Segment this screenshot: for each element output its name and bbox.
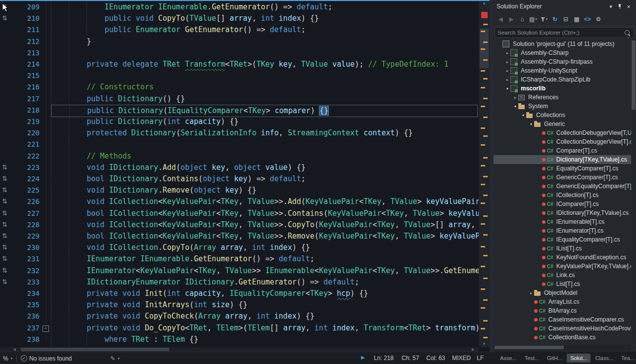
tree-item[interactable]: C#IEnumerable[T].cs — [494, 217, 631, 226]
interface-implementation-icon[interactable]: ⇅ — [2, 164, 7, 171]
tree-item[interactable]: C#IDictionary[TKey,TValue].cs — [494, 208, 631, 217]
search-box[interactable] — [495, 27, 634, 38]
tree-item[interactable]: C#KeyValuePair[TKey,TValue].cs — [494, 262, 631, 271]
tree-item[interactable]: C#CollectionBase.cs — [494, 333, 631, 342]
line-number[interactable]: 222 — [14, 151, 40, 162]
search-input[interactable] — [495, 30, 625, 36]
pen-button[interactable]: ✎ ▾ — [110, 355, 120, 362]
code-area[interactable]: IEnumerator IEnumerable.GetEnumerator() … — [51, 0, 479, 352]
tree-item[interactable]: C#ICollection[T].cs — [494, 191, 631, 200]
code-line-229[interactable]: bool ICollection<KeyValuePair<TKey, TVal… — [51, 231, 477, 242]
code-line-234[interactable]: private void Init(int capacity, IEqualit… — [51, 288, 477, 299]
tree-item[interactable]: Solution 'project-gui' (11 of 11 project… — [494, 40, 631, 48]
switch-views-button[interactable]: ▤▾ — [528, 14, 538, 24]
code-line-221[interactable] — [51, 139, 477, 150]
collapse-arrow-icon[interactable]: ▾ — [520, 113, 526, 118]
interface-implementation-icon[interactable]: ⇅ — [2, 279, 7, 285]
line-number[interactable]: 215 — [14, 70, 40, 81]
tree-item[interactable]: C#Link.cs — [494, 271, 631, 280]
tool-window-tab[interactable]: Tea... — [618, 354, 636, 363]
line-number[interactable]: 237 — [14, 323, 40, 334]
line-number[interactable]: 220 — [14, 127, 40, 139]
tree-item[interactable]: C#CollectionDebuggerView[T].cs — [494, 137, 631, 146]
line-number[interactable]: 234 — [14, 288, 40, 299]
eol-indicator[interactable]: LF — [477, 355, 484, 362]
line-number[interactable]: 210 — [14, 13, 40, 24]
collapse-arrow-icon[interactable]: ▾ — [528, 122, 534, 126]
encoding-indicator[interactable]: MIXED — [452, 355, 471, 362]
tree-item[interactable]: ▾Collections — [494, 111, 631, 120]
code-line-237[interactable]: private void Do_CopyTo<TRet, TElem>(TEle… — [51, 323, 477, 334]
tree-item[interactable]: ▸Assembly-UnityScript — [494, 66, 631, 75]
expand-arrow-icon[interactable]: ▸ — [504, 78, 510, 82]
interface-implementation-icon[interactable]: ⇅ — [2, 255, 7, 262]
play-icon[interactable]: ▶ — [361, 355, 365, 360]
code-editor[interactable]: ⇅⇅⇅⇅⇅⇅⇅⇅⇅⇅⇅⇅⇅ 20921021121221321421521621… — [0, 0, 479, 352]
line-number[interactable]: 225 — [14, 185, 40, 196]
line-indicator[interactable]: Ln: 218 — [374, 355, 394, 362]
scroll-up-icon[interactable]: ▲ — [479, 1, 490, 5]
expand-arrow-icon[interactable]: ▸ — [504, 69, 510, 73]
scrollbar-thumb[interactable] — [632, 40, 636, 110]
code-line-223[interactable]: void IDictionary.Add(object key, object … — [51, 162, 477, 173]
close-button[interactable]: × — [624, 2, 633, 10]
tree-item[interactable]: C#IEnumerator[T].cs — [494, 226, 631, 235]
line-number[interactable]: 231 — [14, 253, 40, 265]
code-line-224[interactable]: bool IDictionary.Contains(object key) =>… — [51, 173, 477, 185]
zoom-control[interactable]: % ▾ — [3, 355, 12, 362]
tool-window-tab[interactable]: Test... — [521, 354, 543, 363]
code-line-209[interactable]: IEnumerator IEnumerable.GetEnumerator() … — [51, 1, 477, 13]
tree-item[interactable]: C#IEqualityComparer[T].cs — [494, 235, 631, 244]
collapse-arrow-icon[interactable]: ▾ — [512, 104, 518, 109]
tool-window-tab[interactable]: Class... — [591, 354, 617, 363]
line-number[interactable]: 212 — [14, 36, 40, 47]
solution-tree[interactable]: Solution 'project-gui' (11 of 11 project… — [494, 40, 631, 344]
line-number[interactable]: 236 — [14, 311, 40, 322]
solution-explorer-header[interactable]: Solution Explorer ▾ × — [494, 0, 636, 13]
forward-button[interactable]: ▶ — [506, 14, 516, 24]
tree-item[interactable]: ▾System — [494, 102, 631, 111]
tree-item[interactable]: C#BitArray.cs — [494, 306, 631, 315]
tree-item[interactable]: ▾Generic — [494, 120, 631, 128]
view-code-button[interactable]: <> — [583, 14, 592, 24]
line-number[interactable]: 230 — [14, 242, 40, 253]
interface-implementation-icon[interactable]: ⇅ — [2, 198, 7, 205]
interface-implementation-icon[interactable]: ⇅ — [2, 187, 7, 194]
line-number[interactable]: 227 — [14, 208, 40, 219]
line-number[interactable]: 209 — [14, 1, 40, 13]
code-line-238[interactable]: where TRet : TElem {} — [51, 334, 477, 345]
code-line-225[interactable]: void IDictionary.Remove(object key) {} — [51, 185, 477, 196]
line-number[interactable]: 218 — [14, 105, 40, 116]
line-number-margin[interactable]: 2092102112122132142152162172182192202212… — [14, 0, 42, 352]
tree-item[interactable]: C#IList[T].cs — [494, 244, 631, 253]
interface-implementation-icon[interactable]: ⇅ — [2, 15, 7, 22]
tree-item[interactable]: C#KeyNotFoundException.cs — [494, 253, 631, 262]
line-number[interactable]: 233 — [14, 277, 40, 288]
tree-item[interactable]: C#IComparer[T].cs — [494, 200, 631, 208]
interface-implementation-icon[interactable]: ⇅ — [2, 267, 7, 274]
interface-implementation-icon[interactable]: ⇅ — [2, 244, 7, 251]
code-line-235[interactable]: private void InitArrays(int size) {} — [51, 299, 477, 311]
tool-window-tab[interactable]: Asse... — [497, 354, 520, 363]
code-line-219[interactable]: public Dictionary(int capacity) {} — [51, 116, 477, 127]
tree-item[interactable]: C#CaseInsensitiveHashCodeProvider.cs — [494, 324, 631, 333]
interface-implementation-icon[interactable]: ⇅ — [2, 233, 7, 240]
filter-button[interactable]: ▾ — [539, 14, 549, 24]
issues-indicator[interactable]: No issues found — [21, 355, 72, 362]
tool-window-tab[interactable]: GitH... — [544, 354, 566, 363]
line-number[interactable]: 232 — [14, 265, 40, 277]
refresh-button[interactable]: ↻ — [550, 14, 560, 24]
tree-item[interactable]: ▸References — [494, 93, 631, 102]
line-number[interactable]: 219 — [14, 116, 40, 127]
line-number[interactable]: 235 — [14, 299, 40, 311]
interface-implementation-icon[interactable]: ⇅ — [2, 175, 7, 182]
code-line-228[interactable]: void ICollection<KeyValuePair<TKey, TVal… — [51, 219, 477, 231]
editor-vertical-scrollbar[interactable]: ▲ ▼ — [479, 0, 490, 347]
code-line-230[interactable]: void ICollection.CopyTo(Array array, int… — [51, 242, 477, 253]
code-line-220[interactable]: protected Dictionary(SerializationInfo i… — [51, 127, 477, 139]
editor-horizontal-scrollbar[interactable]: ◀ ▶ — [0, 347, 479, 352]
outlining-margin[interactable]: − — [43, 0, 50, 352]
code-line-232[interactable]: IEnumerator<KeyValuePair<TKey, TValue>> … — [51, 265, 477, 277]
line-number[interactable]: 238 — [14, 334, 40, 345]
tree-item[interactable]: C#GenericComparer[T].cs — [494, 173, 631, 182]
